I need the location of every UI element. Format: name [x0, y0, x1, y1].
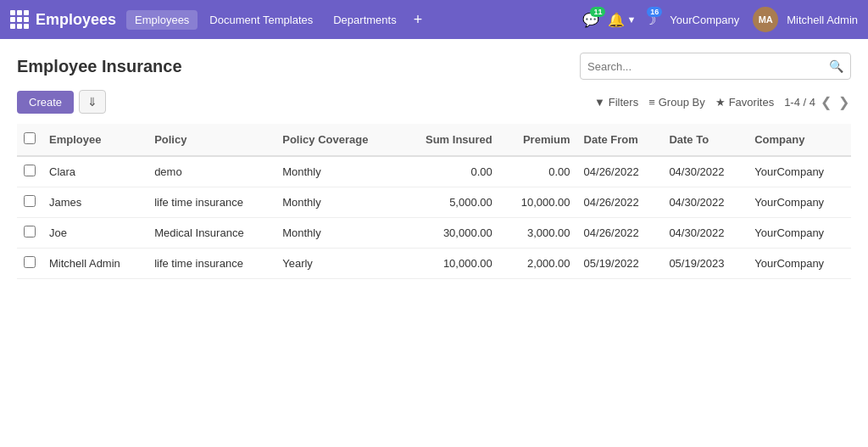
main-content: Employee Insurance 🔍 Create ⇓ ▼ Filters …	[0, 39, 868, 293]
table-header-row: Employee Policy Policy Coverage Sum Insu…	[17, 124, 851, 156]
col-company[interactable]: Company	[748, 124, 851, 156]
cell-sum-insured: 10,000.00	[399, 249, 499, 279]
star-icon: ★	[715, 96, 726, 109]
user-name: Mitchell Admin	[787, 14, 858, 26]
table-row[interactable]: James life time insurance Monthly 5,000.…	[17, 187, 851, 218]
col-date-to[interactable]: Date To	[662, 124, 748, 156]
groupby-button[interactable]: ≡ Group By	[648, 96, 705, 109]
cell-company: YourCompany	[748, 218, 851, 249]
insurance-table: Employee Policy Policy Coverage Sum Insu…	[17, 124, 851, 279]
search-bar[interactable]: 🔍	[580, 53, 851, 80]
cell-policy-coverage: Yearly	[275, 249, 399, 279]
col-policy[interactable]: Policy	[147, 124, 275, 156]
cell-date-to: 04/30/2022	[662, 187, 748, 218]
filters-label: Filters	[609, 96, 638, 109]
cell-premium: 10,000.00	[499, 187, 577, 218]
create-button[interactable]: Create	[17, 91, 74, 114]
search-button[interactable]: 🔍	[822, 59, 850, 73]
row-checkbox-cell[interactable]	[17, 218, 42, 249]
cell-company: YourCompany	[748, 187, 851, 218]
table-row[interactable]: Clara demo Monthly 0.00 0.00 04/26/2022 …	[17, 156, 851, 187]
row-checkbox-cell[interactable]	[17, 249, 42, 279]
nav-employees[interactable]: Employees	[126, 10, 198, 30]
cell-employee: Mitchell Admin	[42, 249, 147, 279]
row-checkbox[interactable]	[24, 226, 36, 237]
toolbar-left: Create ⇓	[17, 90, 106, 114]
bell-icon-button[interactable]: 🔔 ▼	[608, 12, 636, 28]
chat-icon-button[interactable]: 💬 11	[582, 12, 599, 28]
pagination-prev[interactable]: ❮	[819, 94, 833, 110]
cell-date-to: 04/30/2022	[662, 218, 748, 249]
cell-company: YourCompany	[748, 249, 851, 279]
col-policy-coverage[interactable]: Policy Coverage	[275, 124, 399, 156]
pagination-next[interactable]: ❯	[837, 94, 851, 110]
cell-date-from: 04/26/2022	[577, 156, 663, 187]
cell-policy-coverage: Monthly	[275, 156, 399, 187]
col-employee[interactable]: Employee	[42, 124, 147, 156]
favorites-label: Favorites	[729, 96, 774, 109]
cell-premium: 0.00	[499, 156, 577, 187]
cell-sum-insured: 30,000.00	[399, 218, 499, 249]
page-title: Employee Insurance	[17, 57, 182, 76]
cell-policy-coverage: Monthly	[275, 218, 399, 249]
company-name: YourCompany	[665, 14, 744, 26]
favorites-button[interactable]: ★ Favorites	[715, 96, 774, 109]
select-all-header[interactable]	[17, 124, 42, 156]
col-sum-insured[interactable]: Sum Insured	[399, 124, 499, 156]
row-checkbox[interactable]	[24, 195, 36, 207]
table-row[interactable]: Mitchell Admin life time insurance Yearl…	[17, 249, 851, 279]
row-checkbox[interactable]	[24, 256, 36, 268]
clock-icon-button[interactable]: ☽ 16	[644, 12, 656, 28]
toolbar: Create ⇓ ▼ Filters ≡ Group By ★ Favorite…	[17, 90, 851, 114]
search-input[interactable]	[581, 60, 822, 73]
cell-employee: James	[42, 187, 147, 218]
cell-policy: life time insurance	[147, 249, 275, 279]
groupby-label: Group By	[659, 96, 705, 109]
filter-icon: ▼	[594, 96, 605, 109]
nav-icons: 💬 11 🔔 ▼ ☽ 16 YourCompany MA Mitchell Ad…	[582, 7, 858, 32]
pagination: 1-4 / 4 ❮ ❯	[784, 94, 851, 110]
user-avatar[interactable]: MA	[753, 7, 778, 32]
row-checkbox[interactable]	[24, 165, 36, 176]
cell-company: YourCompany	[748, 156, 851, 187]
col-date-from[interactable]: Date From	[577, 124, 663, 156]
table-row[interactable]: Joe Medical Insurance Monthly 30,000.00 …	[17, 218, 851, 249]
cell-sum-insured: 0.00	[399, 156, 499, 187]
clock-badge: 16	[647, 7, 662, 17]
nav-departments[interactable]: Departments	[325, 10, 404, 30]
filters-button[interactable]: ▼ Filters	[594, 96, 638, 109]
grid-icon	[10, 10, 29, 29]
pagination-text: 1-4 / 4	[784, 96, 815, 109]
cell-premium: 2,000.00	[499, 249, 577, 279]
top-navigation: Employees Employees Document Templates D…	[0, 0, 868, 39]
cell-sum-insured: 5,000.00	[399, 187, 499, 218]
cell-employee: Joe	[42, 218, 147, 249]
cell-date-from: 05/19/2022	[577, 249, 663, 279]
chat-badge: 11	[590, 7, 605, 17]
cell-date-from: 04/26/2022	[577, 187, 663, 218]
brand-label: Employees	[36, 11, 116, 29]
col-premium[interactable]: Premium	[499, 124, 577, 156]
cell-date-from: 04/26/2022	[577, 218, 663, 249]
page-header: Employee Insurance 🔍	[17, 53, 851, 80]
toolbar-right: ▼ Filters ≡ Group By ★ Favorites 1-4 / 4…	[594, 94, 851, 110]
download-button[interactable]: ⇓	[79, 90, 106, 114]
nav-document-templates[interactable]: Document Templates	[201, 10, 321, 30]
cell-employee: Clara	[42, 156, 147, 187]
cell-policy: Medical Insurance	[147, 218, 275, 249]
groupby-icon: ≡	[648, 96, 655, 109]
nav-plus-button[interactable]: +	[409, 11, 428, 29]
row-checkbox-cell[interactable]	[17, 156, 42, 187]
row-checkbox-cell[interactable]	[17, 187, 42, 218]
cell-policy-coverage: Monthly	[275, 187, 399, 218]
app-brand[interactable]: Employees	[10, 10, 116, 29]
select-all-checkbox[interactable]	[24, 132, 36, 144]
cell-premium: 3,000.00	[499, 218, 577, 249]
cell-date-to: 05/19/2023	[662, 249, 748, 279]
cell-date-to: 04/30/2022	[662, 156, 748, 187]
cell-policy: life time insurance	[147, 187, 275, 218]
cell-policy: demo	[147, 156, 275, 187]
